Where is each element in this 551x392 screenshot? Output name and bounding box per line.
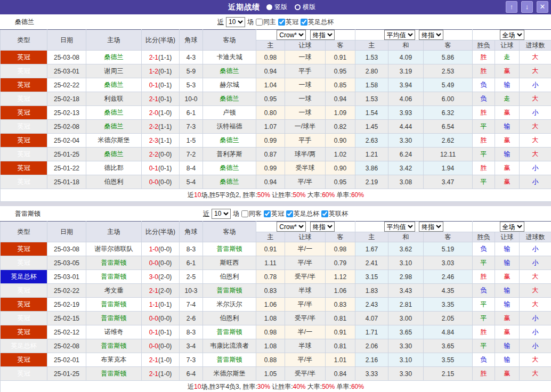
odds-home-cell: 0.80 xyxy=(256,106,285,120)
match-count-select[interactable]: 10 xyxy=(212,209,231,219)
full-time-score: 0-1 xyxy=(149,165,158,172)
odds-away-cell: 0.81 xyxy=(326,339,355,353)
league-filter-1-label: 英足总杯 xyxy=(294,209,319,218)
home-team-cell: 普雷斯顿 xyxy=(86,270,142,284)
score-cell: 3-0(2-0) xyxy=(142,270,180,284)
corner-cell: 5-3 xyxy=(180,78,203,92)
odds-away-cell: 0.91 xyxy=(326,325,355,339)
result-goals-cell: 小 xyxy=(520,312,551,325)
layout-radio-horizontal[interactable]: 横版 xyxy=(295,3,315,12)
scope-select[interactable]: 全场 xyxy=(500,30,524,40)
result-goals-cell: 大 xyxy=(520,284,551,298)
away-team-cell: 伯恩利 xyxy=(203,270,256,284)
odds-stage-select[interactable]: 终指 xyxy=(310,30,335,40)
odds-away-cell: 1.02 xyxy=(326,148,355,161)
avg-company-select[interactable]: 平均值 xyxy=(384,30,415,40)
odds-company-select[interactable]: Crow* xyxy=(277,30,306,40)
result-wdl-cell: 胜 xyxy=(473,367,495,381)
result-goals-cell: 小 xyxy=(520,325,551,339)
summary-segment: 60% xyxy=(322,191,335,199)
col-score: 比分(半场) xyxy=(142,222,180,242)
odds-company-select[interactable]: Crow* xyxy=(277,222,306,232)
same-venue-filter-checkbox[interactable] xyxy=(241,210,248,217)
move-down-button[interactable]: ↓ xyxy=(521,1,533,13)
avg-draw-cell: 3.65 xyxy=(388,325,424,339)
result-handicap-cell: 赢 xyxy=(495,64,520,78)
away-team-cell: 普雷斯顿 xyxy=(203,353,256,367)
league-filter-2-checkbox[interactable] xyxy=(321,210,328,217)
layout-radio-vertical[interactable]: 竖版 xyxy=(266,3,287,12)
avg-away-cell: 5.86 xyxy=(424,51,473,64)
corner-cell: 10-0 xyxy=(180,92,203,106)
col-odds-away: 客 xyxy=(326,232,355,242)
avg-select-group: 平均值 终指 xyxy=(355,30,473,40)
avg-home-cell: 1.83 xyxy=(355,284,388,298)
half-time-score: (0-1) xyxy=(158,301,172,308)
summary-segment: 场,胜5平3负2, 胜率: xyxy=(201,191,257,199)
avg-home-cell: 2.63 xyxy=(355,134,388,148)
radio-unselected-icon xyxy=(295,4,301,10)
avg-stage-select[interactable]: 终指 xyxy=(419,222,443,232)
col-result-wdl: 胜负 xyxy=(473,40,495,51)
home-team-cell: 普雷斯顿 xyxy=(86,298,142,312)
move-up-button[interactable]: ↑ xyxy=(506,1,517,13)
avg-away-cell: 6.54 xyxy=(424,120,473,134)
avg-away-cell: 2.53 xyxy=(424,64,473,78)
same-venue-filter-checkbox[interactable] xyxy=(256,19,263,26)
odds-home-cell: 0.88 xyxy=(256,353,285,367)
match-row: 英冠25-01-25桑德兰2-2(0-0)7-2普利茅斯0.87球半/两1.02… xyxy=(1,148,551,161)
league-filter-0-checkbox[interactable] xyxy=(264,210,271,217)
scope-select[interactable]: 全场 xyxy=(500,222,524,232)
match-date: 25-01-25 xyxy=(47,367,86,381)
result-wdl-cell: 平 xyxy=(473,148,495,161)
odds-home-cell: 0.83 xyxy=(256,284,285,298)
near-link[interactable]: 近 xyxy=(203,209,209,218)
corner-cell: 6-1 xyxy=(180,106,203,120)
avg-home-cell: 4.07 xyxy=(355,312,388,325)
league-badge: 英冠 xyxy=(1,106,47,120)
odds-stage-select[interactable]: 终指 xyxy=(310,222,335,232)
match-row: 英冠25-01-18伯恩利0-0(0-0)5-4桑德兰0.94平/半0.952.… xyxy=(1,175,551,189)
score-cell: 0-0(0-0) xyxy=(142,256,180,270)
odds-home-cell: 0.87 xyxy=(256,148,285,161)
home-team-cell: 桑德兰 xyxy=(86,51,142,64)
full-time-score: 0-0 xyxy=(149,315,158,322)
same-venue-filter: 同主 xyxy=(256,18,276,27)
league-badge: 英冠 xyxy=(1,175,47,189)
col-result-handicap: 让球 xyxy=(495,40,520,51)
league-filter-1-checkbox[interactable] xyxy=(286,210,293,217)
odds-home-cell: 1.07 xyxy=(256,120,285,134)
near-link[interactable]: 近 xyxy=(217,18,224,27)
league-badge: 英冠 xyxy=(1,325,47,339)
avg-company-select[interactable]: 平均值 xyxy=(384,222,415,232)
col-score: 比分(半场) xyxy=(142,30,180,51)
odds-away-cell: 0.98 xyxy=(326,242,355,256)
avg-home-cell: 2.16 xyxy=(355,353,388,367)
league-filter-0-checkbox[interactable] xyxy=(278,19,285,26)
home-team-cell: 普雷斯顿 xyxy=(86,312,142,325)
result-handicap-cell: 输 xyxy=(495,298,520,312)
summary-segment: 10 xyxy=(194,191,201,199)
odds-handicap-cell: 平手 xyxy=(285,64,326,78)
result-goals-cell: 大 xyxy=(520,64,551,78)
home-team-cell: 利兹联 xyxy=(86,92,142,106)
league-filter-0-label: 英冠 xyxy=(271,209,284,218)
odds-handicap-cell: 一球 xyxy=(285,106,326,120)
avg-stage-select[interactable]: 终指 xyxy=(419,30,443,40)
result-goals-cell: 小 xyxy=(520,339,551,353)
odds-handicap-cell: 一球 xyxy=(285,51,326,64)
avg-away-cell: 2.05 xyxy=(424,312,473,325)
close-button[interactable]: ✕ xyxy=(537,1,548,13)
league-badge: 英冠 xyxy=(1,161,47,175)
half-time-score: (1-0) xyxy=(158,109,172,117)
half-time-score: (0-0) xyxy=(158,259,172,267)
match-count-select[interactable]: 10 xyxy=(226,17,245,27)
odds-handicap-cell: 一球 xyxy=(285,92,326,106)
result-handicap-cell: 赢 xyxy=(495,367,520,381)
league-badge: 英冠 xyxy=(1,120,47,134)
league-filter-1-checkbox[interactable] xyxy=(301,19,307,26)
avg-away-cell: 3.03 xyxy=(424,256,473,270)
odds-home-cell: 0.94 xyxy=(256,64,285,78)
result-goals-cell: 小 xyxy=(520,78,551,92)
games-label: 场 xyxy=(247,18,254,27)
